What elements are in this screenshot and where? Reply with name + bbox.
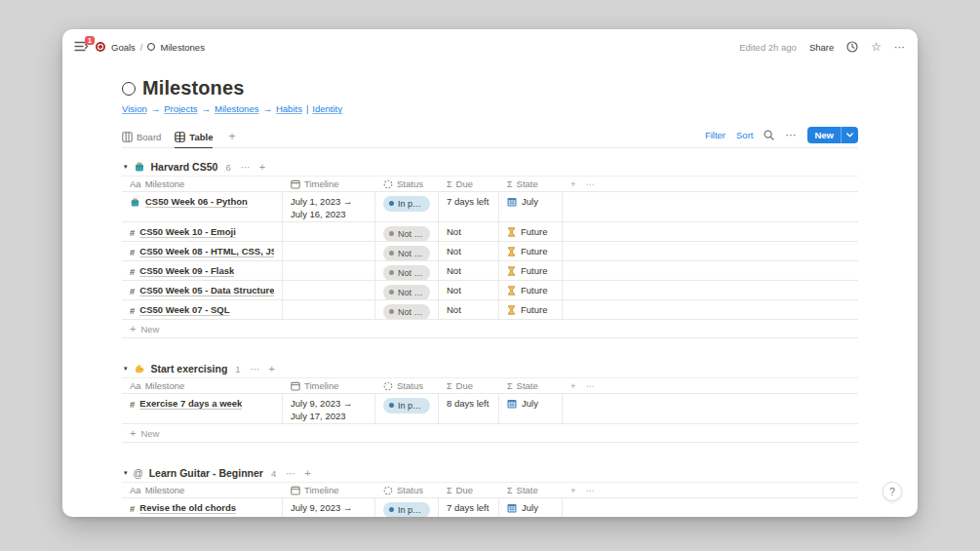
column-timeline[interactable]: Timeline — [283, 483, 375, 497]
milestone-title[interactable]: Exercise 7 days a week — [139, 398, 242, 411]
group-title[interactable]: Harvard CS50 — [151, 161, 218, 173]
milestone-cell[interactable]: # CS50 Week 09 - Flask — [122, 261, 283, 280]
status-cell[interactable]: Not Start... — [375, 261, 439, 280]
milestone-cell[interactable]: # Revise the old chords — [122, 498, 283, 517]
state-cell[interactable]: July — [499, 192, 563, 221]
group-collapse-toggle[interactable]: ▾ — [124, 163, 128, 171]
columns-more-icon[interactable]: ⋯ — [586, 380, 596, 391]
chevron-down-icon[interactable] — [842, 133, 858, 138]
due-cell[interactable]: Not Started — [439, 222, 499, 241]
column-status[interactable]: Status — [375, 483, 439, 497]
milestone-title[interactable]: CS50 Week 10 - Emoji — [139, 226, 236, 239]
status-cell[interactable]: Not Start... — [375, 222, 439, 241]
column-state[interactable]: ΣState — [499, 483, 563, 497]
favorite-star-icon[interactable]: ☆ — [871, 41, 882, 53]
breadcrumb-milestones[interactable]: Milestones — [160, 42, 204, 53]
tab-table[interactable]: Table — [175, 132, 213, 148]
column-timeline[interactable]: Timeline — [283, 177, 375, 191]
table-row[interactable]: # CS50 Week 07 - SQL Not Start... Not St… — [122, 300, 858, 320]
milestone-title[interactable]: CS50 Week 05 - Data Structures — [139, 285, 274, 297]
table-row[interactable]: CS50 Week 06 - Python July 1, 2023 → Jul… — [122, 192, 858, 222]
column-status[interactable]: Status — [375, 177, 439, 191]
status-cell[interactable]: In progress — [375, 192, 439, 221]
state-cell[interactable]: Future — [499, 281, 563, 299]
timeline-cell[interactable] — [283, 261, 375, 280]
group-more-icon[interactable]: ⋯ — [286, 468, 296, 479]
group-title[interactable]: Learn Guitar - Beginner — [149, 467, 263, 479]
group-collapse-toggle[interactable]: ▾ — [124, 365, 128, 373]
group-title[interactable]: Start exercising — [151, 363, 228, 374]
column-due[interactable]: ΣDue — [439, 483, 499, 497]
column-milestone[interactable]: AaMilestone — [122, 177, 283, 191]
link-identity[interactable]: Identity — [312, 103, 342, 114]
page-icon-circle[interactable] — [122, 82, 136, 96]
table-row[interactable]: # CS50 Week 09 - Flask Not Start... Not … — [122, 261, 858, 281]
due-cell[interactable]: 8 days left — [439, 394, 499, 423]
column-state[interactable]: ΣState — [499, 177, 563, 191]
view-more-icon[interactable]: ⋯ — [785, 129, 797, 141]
column-state[interactable]: ΣState — [499, 378, 563, 393]
filter-button[interactable]: Filter — [705, 130, 725, 140]
milestone-cell[interactable]: # CS50 Week 10 - Emoji — [122, 222, 283, 241]
breadcrumb-goals[interactable]: Goals — [111, 42, 136, 53]
column-milestone[interactable]: AaMilestone — [122, 378, 283, 393]
group-add-icon[interactable]: + — [269, 363, 275, 374]
link-vision[interactable]: Vision — [122, 103, 147, 114]
table-row[interactable]: # Exercise 7 days a week July 9, 2023 → … — [122, 394, 858, 424]
timeline-cell[interactable] — [283, 281, 375, 299]
status-cell[interactable]: In progress — [375, 498, 439, 517]
status-cell[interactable]: Not Start... — [375, 242, 439, 260]
milestone-cell[interactable]: # CS50 Week 07 - SQL — [122, 300, 283, 319]
link-milestones[interactable]: Milestones — [215, 103, 258, 114]
milestone-title[interactable]: CS50 Week 06 - Python — [145, 196, 248, 209]
milestone-cell[interactable]: CS50 Week 06 - Python — [122, 192, 283, 221]
due-cell[interactable]: Not Started — [439, 281, 499, 299]
state-cell[interactable]: Future — [499, 261, 563, 280]
state-cell[interactable]: Future — [499, 300, 563, 319]
add-column-icon[interactable]: + — [570, 178, 576, 189]
search-icon[interactable] — [764, 130, 774, 140]
columns-more-icon[interactable]: ⋯ — [586, 178, 596, 189]
column-milestone[interactable]: AaMilestone — [122, 483, 283, 497]
timeline-cell[interactable] — [283, 242, 375, 260]
table-row[interactable]: # CS50 Week 10 - Emoji Not Start... Not … — [122, 222, 858, 242]
more-menu-icon[interactable]: ⋯ — [894, 41, 906, 54]
group-collapse-toggle[interactable]: ▾ — [124, 469, 128, 477]
due-cell[interactable]: Not Started — [439, 300, 499, 319]
timeline-cell[interactable]: July 9, 2023 → July — [283, 498, 375, 517]
state-cell[interactable]: July — [499, 394, 563, 423]
due-cell[interactable]: Not Started — [439, 242, 499, 260]
column-timeline[interactable]: Timeline — [283, 378, 375, 393]
state-cell[interactable]: July — [499, 498, 563, 517]
timeline-cell[interactable] — [283, 222, 375, 241]
state-cell[interactable]: Future — [499, 242, 563, 260]
new-button[interactable]: New — [807, 127, 858, 143]
add-column-icon[interactable]: + — [570, 485, 576, 495]
sidebar-toggle-icon[interactable]: 1 — [74, 40, 90, 54]
share-button[interactable]: Share — [809, 42, 834, 53]
milestone-cell[interactable]: # CS50 Week 05 - Data Structures — [122, 281, 283, 299]
updates-clock-icon[interactable] — [846, 41, 858, 53]
add-column-icon[interactable]: + — [570, 380, 576, 391]
milestone-cell[interactable]: # Exercise 7 days a week — [122, 394, 283, 423]
milestone-title[interactable]: Revise the old chords — [139, 502, 236, 515]
due-cell[interactable]: Not Started — [439, 261, 499, 280]
status-cell[interactable]: Not Start... — [375, 281, 439, 299]
due-cell[interactable]: 7 days left — [439, 192, 499, 221]
milestone-title[interactable]: CS50 Week 09 - Flask — [139, 265, 234, 278]
group-add-icon[interactable]: + — [304, 467, 310, 479]
link-projects[interactable]: Projects — [164, 103, 197, 114]
column-due[interactable]: ΣDue — [439, 378, 499, 393]
group-more-icon[interactable]: ⋯ — [251, 364, 261, 374]
sort-button[interactable]: Sort — [736, 130, 753, 140]
new-row-button[interactable]: + New — [122, 320, 858, 338]
column-due[interactable]: ΣDue — [439, 177, 499, 191]
add-view-button[interactable]: + — [228, 130, 235, 147]
help-button[interactable]: ? — [882, 482, 902, 501]
status-cell[interactable]: In progress — [375, 394, 439, 423]
new-row-button[interactable]: + New — [122, 424, 858, 443]
group-more-icon[interactable]: ⋯ — [241, 162, 252, 173]
status-cell[interactable]: Not Start... — [375, 300, 439, 319]
milestone-title[interactable]: CS50 Week 08 - HTML, CSS, JS — [139, 246, 274, 258]
state-cell[interactable]: Future — [499, 222, 563, 241]
